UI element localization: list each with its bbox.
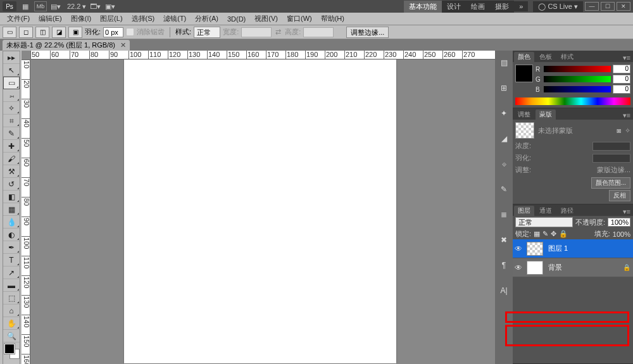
bridge-icon[interactable]: ▦: [19, 1, 32, 11]
layer-name[interactable]: 图层 1: [546, 244, 633, 253]
menu-window[interactable]: 窗口(W): [282, 14, 316, 23]
sel-int-icon[interactable]: ▣: [68, 27, 82, 38]
swatches-icon[interactable]: ⊞: [498, 82, 510, 94]
camera-tool[interactable]: ⌂: [3, 304, 20, 317]
type-tool[interactable]: T: [3, 254, 20, 267]
pixel-mask-icon[interactable]: ◙: [617, 127, 621, 134]
layer-name[interactable]: 背景: [546, 263, 623, 272]
move-tool[interactable]: ↖: [3, 64, 20, 77]
close-icon[interactable]: ✕: [120, 41, 126, 49]
refine-edge-button[interactable]: 调整边缘...: [346, 27, 389, 38]
tab-adjust[interactable]: 调整: [514, 110, 534, 120]
shape-tool[interactable]: ▬: [3, 279, 20, 292]
workspace-mode-paint[interactable]: 绘画: [466, 1, 490, 13]
stamp-tool[interactable]: ⚒: [3, 165, 20, 178]
histogram-icon[interactable]: ◢: [498, 133, 510, 144]
pen-tool[interactable]: ✒: [3, 241, 20, 254]
workspace-mode-design[interactable]: 设计: [442, 1, 466, 13]
tab-swatches[interactable]: 色板: [536, 52, 556, 62]
clone-icon[interactable]: ≣: [498, 209, 510, 220]
slider-b[interactable]: [544, 86, 611, 92]
visibility-icon[interactable]: 👁: [513, 244, 524, 253]
ruler-horizontal[interactable]: 5060708090100110120130140150160170180190…: [30, 51, 495, 60]
value-b[interactable]: 0: [613, 85, 630, 94]
brush-tool[interactable]: 🖌: [3, 153, 20, 165]
quickmask-tool[interactable]: ◙: [3, 361, 20, 364]
crop-tool[interactable]: ⌗: [3, 115, 20, 127]
canvas-area[interactable]: [30, 60, 495, 364]
paragraph-icon[interactable]: ¶: [498, 260, 510, 271]
docs-icon[interactable]: 🗔▾: [89, 1, 101, 11]
history-brush-tool[interactable]: ↺: [3, 178, 20, 191]
menu-image[interactable]: 图像(I): [66, 14, 96, 23]
close-button[interactable]: ✕: [617, 2, 630, 11]
layer-thumb[interactable]: [527, 242, 543, 256]
layer-row[interactable]: 👁 背景 🔒: [513, 258, 633, 277]
fill-input[interactable]: 100%: [613, 230, 630, 238]
marquee-tool[interactable]: ▭: [3, 77, 20, 89]
hand-tool[interactable]: ✋: [3, 317, 20, 330]
menu-view[interactable]: 视图(V): [250, 14, 282, 23]
screen-icon[interactable]: ▣▾: [104, 1, 116, 11]
ruler-vertical[interactable]: 1020304050607080901001101201301401501601…: [22, 60, 30, 364]
slider-g[interactable]: [544, 76, 611, 82]
fg-color-swatch[interactable]: [4, 344, 15, 354]
color-swatch[interactable]: [515, 65, 533, 82]
visibility-icon[interactable]: 👁: [513, 263, 524, 272]
lock-all-icon[interactable]: 🔒: [559, 230, 568, 238]
3d-tool[interactable]: ⬚: [3, 292, 20, 304]
panel-menu-icon[interactable]: ▾≡: [620, 54, 633, 62]
cs-live-button[interactable]: ◯ CS Live ▾: [533, 1, 583, 12]
tab-layers[interactable]: 图层: [514, 206, 534, 216]
workspace-mode-more[interactable]: »: [514, 1, 528, 11]
menu-layer[interactable]: 图层(L): [96, 14, 127, 23]
sel-sub-icon[interactable]: ◪: [52, 27, 66, 38]
lock-pos-icon[interactable]: ✥: [551, 230, 556, 238]
mask-edge-button[interactable]: 蒙版边缘...: [597, 165, 630, 175]
brush-settings-icon[interactable]: ✎: [498, 184, 510, 195]
zoom-tool[interactable]: 🔍: [3, 330, 20, 342]
brush-preset-icon[interactable]: ⟐: [498, 158, 510, 170]
character-icon[interactable]: A|: [498, 285, 510, 296]
layout-icon[interactable]: ▤▾: [49, 1, 62, 11]
style-select[interactable]: 正常: [194, 27, 220, 38]
layer-row[interactable]: 👁 图层 1: [513, 239, 633, 258]
navigator-icon[interactable]: ✦: [498, 108, 510, 119]
dock-icon[interactable]: ▸▸: [3, 51, 20, 64]
canvas[interactable]: [124, 60, 396, 363]
maximize-button[interactable]: ☐: [601, 2, 615, 11]
sel-new-icon[interactable]: ◻: [19, 27, 33, 38]
menu-filter[interactable]: 滤镜(T): [159, 14, 191, 23]
panel-menu-icon[interactable]: ▾≡: [620, 208, 633, 216]
menu-edit[interactable]: 编辑(E): [34, 14, 66, 23]
gradient-tool[interactable]: ▦: [3, 203, 20, 216]
color-swatches[interactable]: [3, 342, 20, 361]
menu-select[interactable]: 选择(S): [127, 14, 160, 23]
value-r[interactable]: 0: [613, 65, 630, 73]
marquee-icon[interactable]: ▭: [3, 27, 16, 38]
slider-r[interactable]: [544, 66, 611, 72]
zoom-value[interactable]: 22.2 ▾: [67, 3, 86, 11]
path-tool[interactable]: ↗: [3, 267, 20, 279]
panel-menu-icon[interactable]: ▾≡: [620, 111, 633, 120]
menu-3d[interactable]: 3D(D): [223, 15, 250, 23]
tab-paths[interactable]: 路径: [557, 206, 577, 216]
lasso-tool[interactable]: ⟕: [3, 89, 20, 102]
tab-channels[interactable]: 通道: [536, 206, 556, 216]
eraser-tool[interactable]: ◧: [3, 191, 20, 203]
value-g[interactable]: 0: [613, 75, 630, 84]
spectrum-picker[interactable]: [515, 97, 630, 105]
minibridge-icon[interactable]: Mb: [34, 1, 47, 11]
workspace-mode-photo[interactable]: 摄影: [490, 1, 514, 13]
color-range-button[interactable]: 颜色范围...: [591, 177, 630, 189]
tool-preset-icon[interactable]: ✖: [498, 234, 510, 246]
dodge-tool[interactable]: ◐: [3, 229, 20, 241]
minimize-button[interactable]: —: [585, 2, 599, 11]
vector-mask-icon[interactable]: ✧: [625, 127, 630, 135]
eyedropper-tool[interactable]: ✎: [3, 127, 20, 140]
lock-trans-icon[interactable]: ▦: [534, 230, 540, 238]
tab-color[interactable]: 颜色: [514, 52, 534, 62]
lock-pixel-icon[interactable]: ✎: [542, 230, 548, 238]
wand-tool[interactable]: ✧: [3, 102, 20, 115]
menu-help[interactable]: 帮助(H): [316, 14, 349, 23]
